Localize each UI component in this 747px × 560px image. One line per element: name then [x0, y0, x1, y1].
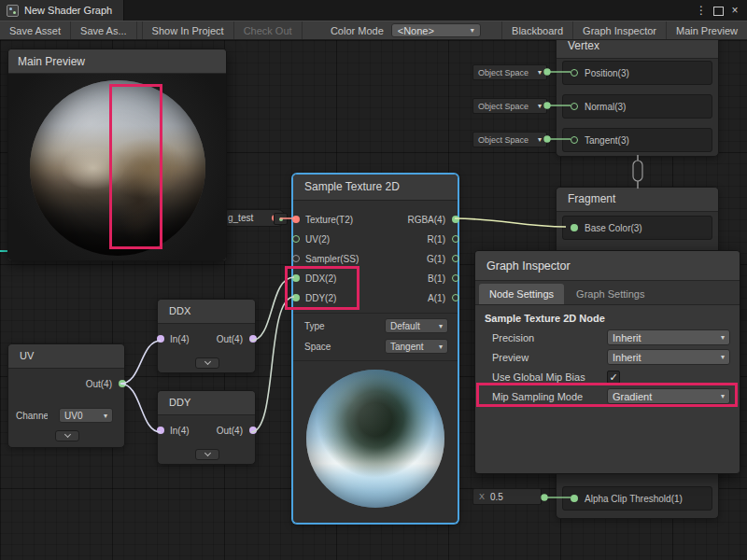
- normal-space-dropdown[interactable]: Object Space ▾: [472, 98, 547, 114]
- chevron-down-icon: ▾: [538, 68, 542, 77]
- use-global-mip-bias-row: Use Global Mip Bias ✓: [475, 367, 740, 386]
- show-in-project-button[interactable]: Show In Project: [143, 21, 234, 39]
- rgba-output-port[interactable]: [452, 216, 459, 223]
- ddx-input-port[interactable]: [292, 274, 300, 282]
- uv-node[interactable]: UV Out(4) Channel UV0 ▾: [7, 343, 125, 448]
- tab-graph-settings[interactable]: Graph Settings: [566, 284, 655, 304]
- uv-out-port[interactable]: [119, 380, 126, 387]
- space-value: Tangent: [390, 342, 424, 352]
- dot-icon: [279, 217, 283, 221]
- graph-inspector-title[interactable]: Graph Inspector: [475, 251, 740, 281]
- type-label: Type: [304, 321, 325, 331]
- vertex-node[interactable]: Vertex Position(3) Normal(3) Tangent(3): [556, 34, 719, 157]
- ddx-node-title[interactable]: DDX: [158, 300, 255, 324]
- mip-sampling-mode-dropdown[interactable]: Gradient ▾: [607, 388, 730, 404]
- uv-out-label: Out(4): [86, 379, 112, 389]
- graph-inspector-panel[interactable]: Graph Inspector Node Settings Graph Sett…: [474, 250, 740, 474]
- ddy-node[interactable]: DDY In(4) Out(4): [157, 390, 256, 465]
- space-row: Space Tangent ▾: [293, 337, 458, 356]
- tangent-space-dropdown[interactable]: Object Space ▾: [472, 132, 547, 147]
- vertex-tangent-row[interactable]: Tangent(3): [562, 128, 712, 152]
- chevron-down-icon: ▾: [721, 392, 725, 400]
- blackboard-toggle[interactable]: Blackboard: [501, 21, 572, 39]
- main-preview-toggle[interactable]: Main Preview: [666, 21, 747, 39]
- r-output-label: R(1): [428, 234, 445, 245]
- ddx-input-label: DDX(2): [305, 273, 336, 284]
- space-dropdown[interactable]: Tangent ▾: [385, 339, 448, 354]
- sample-node-title[interactable]: Sample Texture 2D: [293, 175, 458, 201]
- type-row: Type Default ▾: [293, 316, 458, 335]
- ddx-node[interactable]: DDX In(4) Out(4): [157, 299, 256, 373]
- close-icon[interactable]: ×: [727, 0, 742, 21]
- uv-channel-dropdown[interactable]: UV0 ▾: [59, 408, 113, 423]
- ddy-collapse-button[interactable]: [195, 449, 219, 460]
- port-row: UV(2) R(1): [293, 230, 458, 249]
- chevron-down-icon: [204, 358, 210, 365]
- tab-node-settings[interactable]: Node Settings: [479, 284, 564, 304]
- base-color-port[interactable]: [571, 224, 578, 231]
- uv-node-title[interactable]: UV: [8, 344, 124, 369]
- g-output-label: G(1): [427, 254, 445, 264]
- position-port[interactable]: [571, 69, 578, 77]
- chevron-down-icon: ▾: [538, 135, 542, 144]
- ddx-in-port[interactable]: [157, 335, 164, 343]
- tangent-port[interactable]: [571, 136, 578, 144]
- fragment-node-title[interactable]: Fragment: [557, 188, 718, 212]
- preview-dropdown[interactable]: Inherit ▾: [607, 349, 730, 365]
- mip-sampling-mode-row: Mip Sampling Mode Gradient ▾: [475, 386, 740, 406]
- uv-input-port[interactable]: [292, 235, 300, 243]
- type-dropdown[interactable]: Default ▾: [385, 318, 448, 333]
- graph-inspector-toggle[interactable]: Graph Inspector: [572, 21, 666, 39]
- tangent-label: Tangent(3): [585, 135, 629, 146]
- save-as-button[interactable]: Save As...: [71, 21, 137, 39]
- a-output-port[interactable]: [452, 294, 459, 301]
- sample-node-ports: Texture(T2) RGBA(4) UV(2) R(1) Sampler(S…: [293, 210, 458, 308]
- normal-port[interactable]: [571, 103, 578, 110]
- g-output-port[interactable]: [452, 255, 459, 262]
- position-space-dropdown[interactable]: Object Space ▾: [472, 64, 547, 80]
- precision-dropdown[interactable]: Inherit ▾: [607, 329, 730, 345]
- toolbar: Save Asset Save As... Show In Project Ch…: [0, 21, 747, 40]
- color-mode-dropdown[interactable]: <None> ▾: [391, 23, 481, 37]
- use-global-mip-bias-checkbox[interactable]: ✓: [607, 371, 620, 384]
- chevron-down-icon: [63, 431, 70, 438]
- unity-shader-graph-window: New Shader Graph ⋮ × Save Asset Save As.…: [0, 0, 747, 560]
- main-preview-body: [8, 74, 226, 260]
- alpha-threshold-value-field[interactable]: X 0.5: [472, 488, 542, 505]
- window-tab[interactable]: New Shader Graph: [0, 0, 124, 21]
- ddx-collapse-button[interactable]: [195, 357, 219, 369]
- vertex-position-row[interactable]: Position(3): [562, 61, 712, 85]
- main-preview-panel[interactable]: Main Preview: [7, 49, 227, 261]
- preview-row: Preview Inherit ▾: [475, 347, 740, 367]
- sample-texture-2d-node[interactable]: Sample Texture 2D Texture(T2) RGBA(4) UV…: [292, 174, 458, 524]
- port-row: DDX(2) B(1): [293, 269, 458, 288]
- property-expand-button[interactable]: [274, 213, 288, 225]
- alpha-clip-label: Alpha Clip Threshold(1): [585, 494, 683, 504]
- base-color-row[interactable]: Base Color(3): [562, 216, 712, 240]
- b-output-label: B(1): [428, 273, 445, 284]
- main-preview-title[interactable]: Main Preview: [8, 49, 226, 74]
- ddy-out-port[interactable]: [249, 427, 257, 434]
- ddy-input-port[interactable]: [292, 294, 300, 301]
- port-row: In(4) Out(4): [158, 421, 255, 441]
- ddy-input-label: DDY(2): [305, 293, 336, 303]
- mip-sampling-mode-value: Gradient: [613, 391, 652, 402]
- texture-input-port[interactable]: [292, 216, 300, 223]
- alpha-clip-row[interactable]: Alpha Clip Threshold(1): [562, 486, 712, 511]
- menu-icon[interactable]: ⋮: [694, 0, 709, 21]
- port-row: Sampler(SS) G(1): [293, 249, 458, 269]
- vertex-normal-row[interactable]: Normal(3): [562, 94, 712, 119]
- b-output-port[interactable]: [452, 274, 459, 282]
- chevron-down-icon: ▾: [538, 102, 542, 110]
- save-asset-button[interactable]: Save Asset: [0, 21, 71, 39]
- uv-collapse-button[interactable]: [55, 430, 79, 441]
- ddy-node-title[interactable]: DDY: [158, 391, 255, 415]
- sampler-input-port[interactable]: [292, 255, 300, 262]
- port-row: Out(4): [8, 374, 124, 394]
- channel-row: Channel UV0 ▾: [8, 406, 124, 425]
- r-output-port[interactable]: [452, 235, 459, 243]
- ddx-out-port[interactable]: [249, 335, 257, 343]
- alpha-clip-port[interactable]: [571, 495, 578, 502]
- ddy-in-port[interactable]: [157, 427, 164, 434]
- maximize-icon[interactable]: [711, 0, 726, 21]
